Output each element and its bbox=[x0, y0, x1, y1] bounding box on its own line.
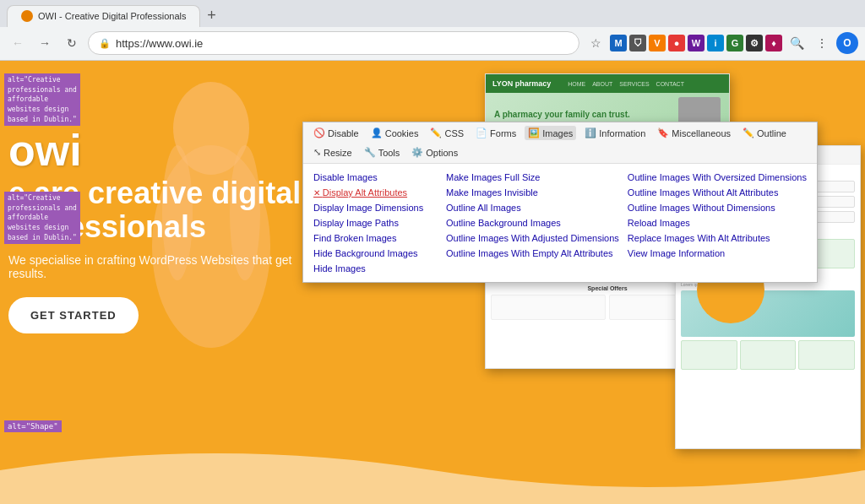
hero-subtext: We specialise in crafting WordPress Webs… bbox=[8, 253, 329, 280]
menu-item-display-alt[interactable]: Display Alt Attributes bbox=[310, 186, 441, 199]
ss-so-card-1 bbox=[491, 295, 606, 320]
menu-item-outline-adjusted[interactable]: Outline Images With Adjusted Dimensions bbox=[443, 231, 623, 245]
ss-nav-home: HOME bbox=[568, 81, 585, 87]
resize-label: Resize bbox=[324, 148, 352, 158]
menu-item-reload[interactable]: Reload Images bbox=[624, 216, 810, 230]
miscellaneous-icon: 🔖 bbox=[657, 127, 669, 138]
ss2-product-4 bbox=[681, 340, 737, 370]
toolbar-item-options[interactable]: ⚙️ Options bbox=[408, 145, 461, 160]
ext-icon-3[interactable]: V bbox=[649, 35, 666, 51]
menu-item-replace-alt[interactable]: Replace Images With Alt Attributes bbox=[624, 231, 810, 245]
images-icon: 🖼️ bbox=[528, 127, 540, 138]
ext-icon-2[interactable]: ⛉ bbox=[629, 35, 646, 51]
toolbar-item-disable[interactable]: 🚫 Disable bbox=[310, 126, 362, 140]
page-content: alt="Creative professionals and affordab… bbox=[0, 61, 865, 504]
forms-icon: 📄 bbox=[476, 127, 487, 138]
menu-item-outline-empty-alt[interactable]: Outline Images With Empty Alt Attributes bbox=[443, 247, 623, 260]
menu-column-1: Disable Images Display Alt Attributes Di… bbox=[310, 171, 441, 275]
toolbar-item-miscellaneous[interactable]: 🔖 Miscellaneous bbox=[654, 126, 734, 140]
ext-icon-8[interactable]: ⚙ bbox=[746, 35, 763, 51]
ss-nav-services: SERVICES bbox=[619, 81, 649, 87]
profile-icon[interactable]: O bbox=[836, 32, 858, 54]
cookies-label: Cookies bbox=[385, 128, 419, 138]
options-icon: ⚙️ bbox=[411, 147, 423, 158]
toolbar-item-cookies[interactable]: 👤 Cookies bbox=[367, 126, 422, 140]
menu-item-outline-without-alt[interactable]: Outline Images Without Alt Attributes bbox=[624, 186, 810, 199]
browser-toolbar: ← → ↻ 🔒 https://www.owi.ie ☆ M ⛉ V ● W i… bbox=[0, 27, 865, 60]
menu-item-view-info[interactable]: View Image Information bbox=[624, 247, 810, 260]
bookmark-icon[interactable]: ☆ bbox=[585, 32, 607, 54]
ss-nav-about: ABOUT bbox=[592, 81, 612, 87]
ss2-products-grid-2 bbox=[681, 340, 855, 370]
toolbar-item-outline[interactable]: ✏️ Outline bbox=[739, 126, 790, 140]
outline-icon: ✏️ bbox=[743, 127, 754, 138]
ss-logo: LYON pharmacy bbox=[492, 79, 551, 88]
menu-content: Disable Images Display Alt Attributes Di… bbox=[303, 164, 817, 282]
menu-item-display-dimensions[interactable]: Display Image Dimensions bbox=[310, 201, 441, 214]
toolbar-item-forms[interactable]: 📄 Forms bbox=[472, 126, 520, 140]
tab-favicon bbox=[21, 10, 33, 22]
outline-label: Outline bbox=[757, 128, 786, 138]
disable-label: Disable bbox=[328, 128, 359, 138]
extension-icons: M ⛉ V ● W i G ⚙ ♦ bbox=[610, 35, 782, 51]
menu-column-2: Make Images Full Size Make Images Invisi… bbox=[443, 171, 623, 275]
search-icon[interactable]: 🔍 bbox=[786, 32, 808, 54]
alt-text-overlay-2: alt="Creative professionals and affordab… bbox=[4, 192, 80, 244]
refresh-button[interactable]: ↻ bbox=[61, 32, 83, 54]
menu-item-outline-background[interactable]: Outline Background Images bbox=[443, 216, 623, 230]
information-label: Information bbox=[599, 128, 645, 138]
menu-item-outline-without-dimensions[interactable]: Outline Images Without Dimensions bbox=[624, 201, 810, 214]
menu-item-hide-background[interactable]: Hide Background Images bbox=[310, 247, 441, 260]
menu-item-outline-oversized[interactable]: Outline Images With Oversized Dimensions bbox=[624, 171, 810, 184]
miscellaneous-label: Miscellaneous bbox=[672, 128, 731, 138]
address-bar[interactable]: 🔒 https://www.owi.ie bbox=[88, 31, 579, 55]
alt-text-overlay-1: alt="Creative professionals and affordab… bbox=[4, 73, 80, 126]
alt-shape-overlay: alt="Shape" bbox=[4, 420, 62, 432]
toolbar-item-resize[interactable]: ⤡ Resize bbox=[310, 145, 356, 160]
information-icon: ℹ️ bbox=[585, 127, 596, 138]
toolbar-item-information[interactable]: ℹ️ Information bbox=[581, 126, 649, 140]
web-developer-menu: 🚫 Disable 👤 Cookies ✏️ CSS 📄 Forms 🖼️ Im… bbox=[302, 122, 818, 283]
menu-item-invisible[interactable]: Make Images Invisible bbox=[443, 186, 623, 199]
new-tab-button[interactable]: + bbox=[200, 5, 222, 27]
tab-title: OWI - Creative Digital Professionals bbox=[38, 11, 186, 21]
forms-label: Forms bbox=[490, 128, 516, 138]
menu-item-find-broken[interactable]: Find Broken Images bbox=[310, 231, 441, 245]
ext-icon-7[interactable]: G bbox=[726, 35, 743, 51]
tools-label: Tools bbox=[378, 148, 400, 158]
resize-icon: ⤡ bbox=[313, 147, 321, 158]
url-text: https://www.owi.ie bbox=[116, 37, 203, 50]
ss2-product-6 bbox=[798, 340, 855, 370]
menu-item-hide-images[interactable]: Hide Images bbox=[310, 262, 441, 275]
menu-icon[interactable]: ⋮ bbox=[811, 32, 833, 54]
menu-column-3: Outline Images With Oversized Dimensions… bbox=[624, 171, 810, 275]
toolbar-item-css[interactable]: ✏️ CSS bbox=[427, 126, 467, 140]
ext-icon-5[interactable]: W bbox=[688, 35, 705, 51]
menu-item-disable-images[interactable]: Disable Images bbox=[310, 171, 441, 184]
menu-item-outline-all[interactable]: Outline All Images bbox=[443, 201, 623, 214]
images-label: Images bbox=[542, 128, 573, 138]
toolbar-item-images[interactable]: 🖼️ Images bbox=[525, 126, 576, 140]
forward-button[interactable]: → bbox=[34, 32, 56, 54]
lock-icon: 🔒 bbox=[99, 38, 111, 49]
css-label: CSS bbox=[444, 128, 464, 138]
browser-tabs: OWI - Creative Digital Professionals + bbox=[0, 0, 865, 27]
ext-icon-6[interactable]: i bbox=[707, 35, 724, 51]
options-label: Options bbox=[426, 148, 458, 158]
menu-item-display-paths[interactable]: Display Image Paths bbox=[310, 216, 441, 230]
ss-hero-text: A pharmacy your family can trust. bbox=[494, 110, 630, 119]
cookies-icon: 👤 bbox=[371, 127, 383, 138]
ss-nav-contact: CONTACT bbox=[656, 81, 684, 87]
get-started-button[interactable]: GET STARTED bbox=[8, 297, 139, 333]
toolbar-item-tools[interactable]: 🔧 Tools bbox=[361, 145, 404, 160]
menu-item-full-size[interactable]: Make Images Full Size bbox=[443, 171, 623, 184]
ext-icon-4[interactable]: ● bbox=[668, 35, 685, 51]
browser-action-icons: ☆ M ⛉ V ● W i G ⚙ ♦ 🔍 ⋮ O bbox=[585, 32, 858, 54]
back-button[interactable]: ← bbox=[7, 32, 29, 54]
ext-icon-9[interactable]: ♦ bbox=[765, 35, 782, 51]
disable-icon: 🚫 bbox=[313, 127, 325, 138]
ext-icon-1[interactable]: M bbox=[610, 35, 627, 51]
ss-nav: HOME ABOUT SERVICES CONTACT bbox=[568, 81, 684, 87]
active-tab[interactable]: OWI - Creative Digital Professionals bbox=[7, 5, 200, 27]
css-icon: ✏️ bbox=[430, 127, 442, 138]
